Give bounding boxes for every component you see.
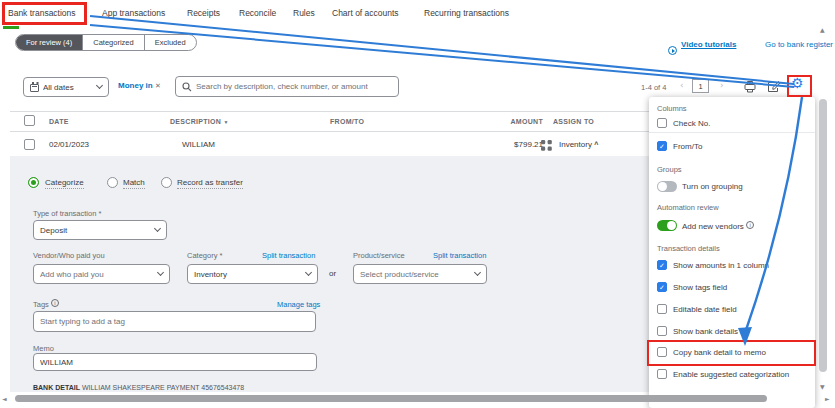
tags-input-wrap[interactable] — [33, 311, 316, 332]
show-bank-details-checkbox[interactable] — [657, 326, 667, 336]
radio-record-as-transfer-label[interactable]: Record as transfer — [177, 178, 243, 189]
search-input[interactable] — [196, 82, 392, 91]
row-description: WILLIAM — [182, 140, 215, 149]
transaction-details-section-title: Transaction details — [657, 244, 720, 253]
tab-chart-of-accounts[interactable]: Chart of accounts — [332, 8, 399, 18]
subtab-categorized[interactable]: Categorized — [82, 35, 143, 50]
print-icon[interactable] — [743, 80, 757, 93]
row-checkbox[interactable] — [24, 139, 35, 150]
bank-detail-line: BANK DETAIL WILLIAM SHAKESPEARE PAYMENT … — [33, 384, 244, 391]
next-page-icon[interactable]: › — [720, 80, 724, 90]
add-new-vendors-toggle[interactable] — [657, 220, 677, 231]
type-of-transaction-select[interactable]: Deposit — [33, 220, 167, 240]
vendor-placeholder: Add who paid you — [40, 270, 154, 279]
review-status-tabs: For review (4) Categorized Excluded — [15, 34, 197, 51]
turn-on-grouping-label[interactable]: Turn on grouping — [682, 182, 743, 191]
horizontal-scrollbar-thumb[interactable] — [15, 395, 767, 402]
video-tutorials-link[interactable]: Video tutorials — [681, 40, 736, 49]
collapse-caret-icon[interactable]: ^ — [594, 141, 598, 148]
export-icon[interactable] — [767, 80, 781, 93]
show-tags-field-label[interactable]: Show tags field — [673, 283, 727, 292]
split-transaction-link-category[interactable]: Split transaction — [262, 251, 315, 260]
category-select[interactable]: Inventory — [187, 264, 318, 284]
radio-categorize[interactable] — [28, 177, 39, 188]
settings-dropdown-panel: Columns Check No. From/To Groups Turn on… — [649, 97, 815, 408]
previous-page-icon[interactable]: ‹ — [680, 80, 684, 90]
col-header-assign-to[interactable]: ASSIGN TO — [553, 118, 594, 125]
from-to-checkbox[interactable] — [657, 141, 667, 151]
scroll-down-icon[interactable]: ▼ — [820, 383, 825, 390]
copy-bank-detail-checkbox[interactable] — [657, 347, 667, 357]
show-tags-field-checkbox[interactable] — [657, 282, 667, 292]
from-to-label[interactable]: From/To — [673, 142, 702, 151]
vertical-scrollbar-thumb[interactable] — [819, 99, 827, 372]
col-header-from-to[interactable]: FROM/TO — [330, 118, 364, 125]
select-all-checkbox[interactable] — [24, 115, 35, 126]
product-service-placeholder: Select product/service — [360, 270, 471, 279]
editable-date-field-checkbox[interactable] — [657, 304, 667, 314]
sort-desc-icon: ▼ — [223, 119, 228, 125]
category-value: Inventory — [194, 270, 302, 279]
manage-tags-link[interactable]: Manage tags — [277, 300, 320, 309]
tab-bank-transactions[interactable]: Bank transactions — [8, 8, 76, 18]
tab-receipts[interactable]: Receipts — [187, 8, 220, 18]
scroll-left-icon[interactable]: ◄ — [2, 395, 7, 402]
product-service-select[interactable]: Select product/service — [353, 264, 487, 284]
date-filter-value: All dates — [43, 83, 93, 92]
date-filter-dropdown[interactable]: All dates — [23, 77, 109, 97]
col-header-description[interactable]: DESCRIPTION ▼ — [170, 118, 229, 125]
enable-suggested-categorization-checkbox[interactable] — [657, 369, 667, 379]
chevron-down-icon — [305, 269, 312, 276]
chip-remove-icon[interactable]: ✕ — [155, 82, 161, 89]
chevron-down-icon — [154, 225, 161, 232]
search-box[interactable] — [175, 76, 399, 97]
row-date: 02/01/2023 — [49, 140, 89, 149]
tab-rules[interactable]: Rules — [293, 8, 315, 18]
info-icon — [51, 299, 59, 307]
rule-icon — [540, 139, 553, 152]
show-bank-details-label[interactable]: Show bank details — [673, 327, 738, 336]
copy-bank-detail-label[interactable]: Copy bank detail to memo — [673, 348, 766, 357]
tags-label: Tags — [33, 299, 59, 309]
enable-suggested-categorization-label[interactable]: Enable suggested categorization — [673, 370, 789, 379]
gear-icon[interactable]: ⚙ — [791, 76, 804, 90]
scroll-right-icon[interactable]: ► — [825, 395, 830, 402]
automation-review-section-title: Automation review — [657, 203, 719, 212]
pagination-range: 1-4 of 4 — [641, 83, 666, 92]
add-new-vendors-label[interactable]: Add new vendors — [682, 221, 754, 231]
scroll-up-icon[interactable]: ▲ — [820, 26, 825, 33]
vendor-select[interactable]: Add who paid you — [33, 264, 170, 284]
chevron-down-icon — [474, 269, 481, 276]
subtab-for-review[interactable]: For review (4) — [16, 35, 82, 50]
turn-on-grouping-toggle[interactable] — [657, 181, 677, 192]
check-no-checkbox[interactable] — [657, 118, 667, 128]
radio-categorize-label[interactable]: Categorize — [45, 178, 84, 189]
go-to-bank-register-link[interactable]: Go to bank register — [765, 40, 833, 49]
active-tab-underline — [3, 26, 19, 29]
show-amounts-checkbox[interactable] — [657, 260, 667, 270]
col-header-amount[interactable]: AMOUNT — [498, 118, 543, 125]
split-transaction-link-product[interactable]: Split transaction — [433, 251, 486, 260]
memo-input[interactable] — [40, 358, 310, 367]
calendar-icon — [30, 84, 39, 92]
money-in-filter-chip[interactable]: Money in ✕ — [118, 81, 161, 90]
current-page-box[interactable]: 1 — [692, 79, 709, 93]
col-header-date[interactable]: DATE — [49, 118, 69, 125]
tab-recurring-transactions[interactable]: Recurring transactions — [424, 8, 509, 18]
show-amounts-label[interactable]: Show amounts in 1 column — [673, 261, 769, 270]
check-no-label[interactable]: Check No. — [673, 119, 710, 128]
radio-record-as-transfer[interactable] — [161, 177, 172, 188]
bank-transactions-page: Bank transactions App transactions Recei… — [0, 0, 835, 408]
radio-match[interactable] — [107, 177, 118, 188]
editable-date-field-label[interactable]: Editable date field — [673, 305, 737, 314]
memo-input-wrap[interactable] — [33, 353, 317, 371]
subtab-excluded[interactable]: Excluded — [144, 35, 196, 50]
radio-match-label[interactable]: Match — [123, 178, 145, 189]
tags-input[interactable] — [40, 317, 309, 326]
money-in-chip-label: Money in — [118, 81, 153, 90]
tab-app-transactions[interactable]: App transactions — [102, 8, 165, 18]
row-assign-to-link[interactable]: Inventory ^ — [559, 140, 598, 149]
chevron-down-icon — [96, 82, 103, 89]
category-label: Category * — [187, 251, 222, 260]
tab-reconcile[interactable]: Reconcile — [239, 8, 276, 18]
